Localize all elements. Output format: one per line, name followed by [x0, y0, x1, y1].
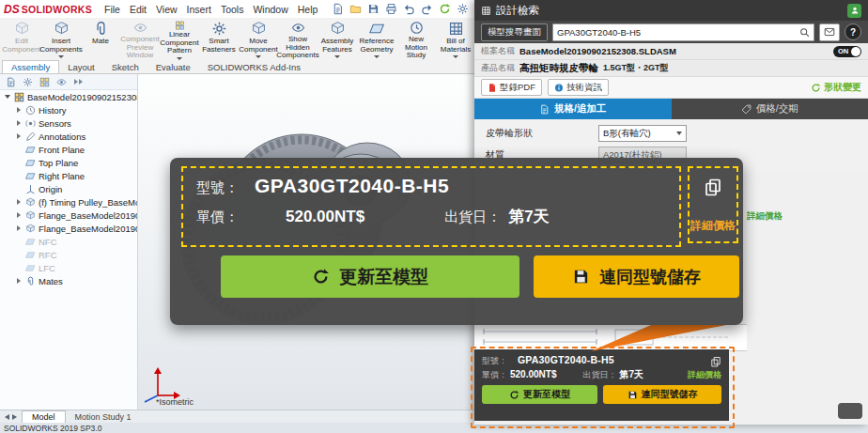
expand-arrow-icon[interactable]	[17, 225, 21, 231]
ribbon-show-hidden-button[interactable]: Show Hidden Components	[278, 18, 318, 60]
tab-assembly[interactable]: Assembly	[2, 60, 59, 73]
tree-item-front-plane[interactable]: Front Plane	[0, 143, 137, 156]
link-toggle[interactable]: ON	[833, 46, 861, 57]
expand-arrow-icon[interactable]	[17, 199, 21, 205]
shape-change-button[interactable]: 形狀變更	[811, 81, 861, 94]
tree-item-sensors[interactable]: Sensors	[0, 116, 137, 130]
configuration-manager-tab-icon[interactable]	[39, 77, 50, 87]
options-gear-icon[interactable]	[457, 3, 469, 15]
tree-item-origin[interactable]: Origin	[0, 182, 137, 195]
menu-edit[interactable]: Edit	[125, 4, 151, 15]
menu-help[interactable]: Help	[293, 4, 323, 15]
copy-icon[interactable]	[710, 356, 721, 367]
tree-tabs-overflow-chevron[interactable]	[73, 79, 83, 85]
tab-evaluate[interactable]: Evaluate	[147, 60, 199, 73]
expand-arrow-icon[interactable]	[17, 120, 21, 126]
ribbon-component-preview-button[interactable]: Component Preview Window	[120, 18, 160, 60]
menu-window[interactable]: Window	[248, 4, 292, 15]
ribbon-smart-fasteners-button[interactable]: Smart Fasteners	[199, 18, 239, 60]
tab-price-delivery[interactable]: 價格/交期	[672, 99, 868, 119]
tab-spec-addwork[interactable]: 規格/追加工	[474, 99, 672, 119]
tree-root-item[interactable]: BaseModel20190902152308 (D	[0, 90, 137, 103]
property-manager-tab-icon[interactable]	[23, 77, 33, 87]
menu-view[interactable]: View	[151, 4, 182, 15]
redo-icon[interactable]	[421, 3, 433, 15]
rebuild-icon[interactable]	[439, 3, 451, 15]
tech-info-button[interactable]: 技術資訊	[548, 79, 609, 96]
ribbon-assembly-features-button[interactable]: Assembly Features	[318, 18, 357, 60]
detail-price-link[interactable]: 詳細價格	[688, 369, 721, 381]
menu-tools[interactable]: Tools	[216, 4, 249, 15]
account-button[interactable]	[847, 4, 861, 18]
catalog-pdf-button[interactable]: 型錄PDF	[481, 79, 542, 96]
tab-scroll-left-icon[interactable]	[5, 414, 9, 420]
annotations-icon	[25, 131, 36, 142]
tree-item-timing-pulley[interactable]: (f) Timing Pulley_BaseMode	[0, 195, 137, 209]
callout-update-to-model-button: 更新至模型	[221, 255, 519, 298]
ribbon-insert-components-button[interactable]: Insert Components	[41, 18, 81, 60]
product-name-row: 產品名稱 高扭矩時規皮帶輪 1.5GT型・2GT型	[474, 60, 868, 77]
tab-model[interactable]: Model	[22, 410, 66, 423]
ribbon-edit-component-button[interactable]: Edit Component	[2, 18, 41, 60]
tree-item-flange-1[interactable]: Flange_BaseModel201909C	[0, 209, 137, 222]
plane-icon	[25, 145, 36, 155]
file-name-row: 檔案名稱 BaseModel20190902152308.SLDASM ON	[474, 43, 868, 60]
tab-motion-study-1[interactable]: Motion Study 1	[66, 411, 141, 423]
callout-save-with-model-number-button: 連同型號儲存	[534, 255, 739, 298]
expand-arrow-icon[interactable]	[17, 278, 21, 284]
tree-item-right-plane[interactable]: Right Plane	[0, 169, 137, 182]
search-icon[interactable]	[799, 27, 810, 38]
product-name-value: 高扭矩時規皮帶輪	[519, 62, 598, 75]
model-search-screen-button[interactable]: 模型搜尋畫面	[481, 23, 548, 41]
tree-item-history[interactable]: History	[0, 103, 137, 116]
expand-arrow-icon[interactable]	[17, 107, 21, 113]
plane-icon	[25, 263, 36, 273]
detail-price-link-mid[interactable]: 詳細價格	[747, 210, 783, 223]
plane-icon	[25, 171, 36, 181]
ribbon-mate-button[interactable]: Mate	[81, 18, 120, 60]
part-icon	[25, 224, 36, 234]
linear-pattern-icon	[172, 21, 188, 30]
tree-item-nfc[interactable]: NFC	[0, 235, 137, 248]
open-icon[interactable]	[349, 3, 362, 15]
ship-date-label: 出貨日：	[582, 369, 616, 381]
status-text: SOLIDWORKS 2019 SP3.0	[4, 424, 101, 433]
ribbon-new-motion-study-button[interactable]: New Motion Study	[396, 18, 436, 60]
tab-scroll-right-icon[interactable]	[12, 414, 17, 420]
expand-arrow-icon[interactable]	[17, 133, 21, 139]
new-document-icon[interactable]	[332, 3, 344, 15]
ribbon-move-component-button[interactable]: Move Component	[239, 18, 278, 60]
save-with-model-number-button[interactable]: 連同型號儲存	[603, 385, 721, 404]
expand-arrow-icon[interactable]	[17, 212, 21, 218]
tree-item-top-plane[interactable]: Top Plane	[0, 156, 137, 169]
save-icon[interactable]	[367, 3, 380, 15]
feature-manager-tab-icon[interactable]	[6, 77, 16, 87]
tree-item-lfc[interactable]: LFC	[0, 261, 137, 274]
search-input[interactable]	[557, 27, 799, 38]
update-to-model-button[interactable]: 更新至模型	[482, 385, 597, 404]
mail-button[interactable]	[819, 23, 840, 41]
tree-item-annotations[interactable]: Annotations	[0, 130, 137, 143]
dropdown-caret-icon	[334, 55, 340, 58]
ribbon-reference-geometry-button[interactable]: Reference Geometry	[357, 18, 396, 60]
print-icon[interactable]	[385, 3, 397, 15]
tree-item-rfc[interactable]: RFC	[0, 248, 137, 261]
menu-insert[interactable]: Insert	[182, 4, 216, 15]
help-button[interactable]: ?	[845, 23, 861, 40]
pulley-shape-select[interactable]: B形(有軸穴)	[598, 125, 687, 142]
spec-doc-icon	[539, 104, 550, 115]
ribbon-bill-of-materials-button[interactable]: Bill of Materials	[436, 18, 475, 60]
display-manager-tab-icon[interactable]	[56, 77, 67, 87]
refresh-icon	[509, 390, 519, 400]
panel-corner-button[interactable]	[838, 403, 862, 419]
undo-icon[interactable]	[403, 3, 415, 15]
ribbon-linear-pattern-button[interactable]: Linear Component Pattern	[160, 18, 199, 60]
menu-file[interactable]: File	[100, 4, 125, 15]
tab-layout[interactable]: Layout	[59, 60, 103, 73]
tab-sketch[interactable]: Sketch	[103, 60, 147, 73]
collapse-arrow-icon[interactable]	[5, 95, 10, 99]
tree-item-mates[interactable]: Mates	[0, 274, 137, 287]
tree-item-flange-2[interactable]: Flange_BaseModel201909C	[0, 222, 137, 235]
tab-solidworks-addins[interactable]: SOLIDWORKS Add-Ins	[199, 60, 309, 73]
document-tab-bar: Model Motion Study 1	[0, 410, 474, 423]
